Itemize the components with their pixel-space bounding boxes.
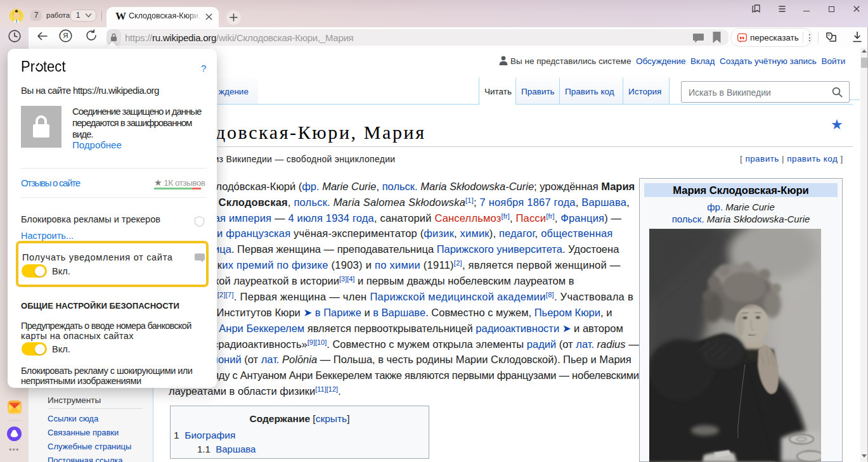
svg-text:Я: Я — [63, 32, 68, 39]
